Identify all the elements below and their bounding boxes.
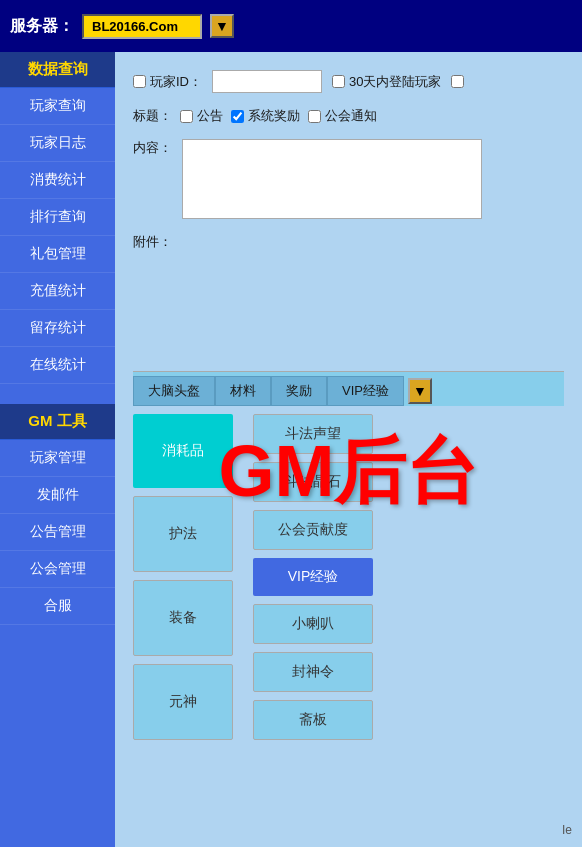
content-label: 内容： [133, 139, 172, 157]
btn-vip-exp[interactable]: VIP经验 [253, 558, 373, 596]
player-id-label: 玩家ID： [150, 73, 202, 91]
sidebar-item-merge-server[interactable]: 合服 [0, 588, 115, 625]
announcement-checkbox-wrap[interactable]: 公告 [180, 107, 223, 125]
player-id-input[interactable] [212, 70, 322, 93]
tabs-bar: 大脑头盔 材料 奖励 VIP经验 ▼ [133, 371, 564, 406]
extra-checkbox-wrap[interactable] [451, 75, 464, 88]
main-layout: 数据查询 玩家查询 玩家日志 消费统计 排行查询 礼包管理 充值统计 留存统计 … [0, 52, 582, 847]
title-label: 标题： [133, 107, 172, 125]
btn-guild-contribution[interactable]: 公会贡献度 [253, 510, 373, 550]
player-id-checkbox-wrap[interactable]: 玩家ID： [133, 73, 202, 91]
btn-zhai-ban[interactable]: 斋板 [253, 700, 373, 740]
content-row: 内容： [133, 139, 564, 219]
btn-loudspeaker[interactable]: 小喇叭 [253, 604, 373, 644]
tab-dropdown-button[interactable]: ▼ [408, 378, 432, 404]
sidebar-item-announcement-management[interactable]: 公告管理 [0, 514, 115, 551]
btn-doufa-prestige[interactable]: 斗法声望 [253, 414, 373, 454]
button-grids: 消耗品 护法 装备 元神 斗法声望 斗法晶石 公会贡献度 VIP经验 小喇叭 封… [133, 414, 564, 740]
player-id-checkbox[interactable] [133, 75, 146, 88]
sidebar-item-player-query[interactable]: 玩家查询 [0, 88, 115, 125]
attachment-label: 附件： [133, 233, 172, 251]
sidebar: 数据查询 玩家查询 玩家日志 消费统计 排行查询 礼包管理 充值统计 留存统计 … [0, 52, 115, 847]
sidebar-item-gift-management[interactable]: 礼包管理 [0, 236, 115, 273]
extra-checkbox[interactable] [451, 75, 464, 88]
attachment-row: 附件： [133, 233, 564, 251]
dropdown-icon: ▼ [215, 18, 229, 34]
tab-dropdown-icon: ▼ [413, 383, 427, 399]
sidebar-item-recharge-stats[interactable]: 充值统计 [0, 273, 115, 310]
sidebar-item-guild-management[interactable]: 公会管理 [0, 551, 115, 588]
tab-brain-helmet[interactable]: 大脑头盔 [133, 376, 215, 406]
btn-fengshen-order[interactable]: 封神令 [253, 652, 373, 692]
sidebar-section-gm-tools: GM 工具 [0, 404, 115, 440]
guild-notice-checkbox[interactable] [308, 110, 321, 123]
thirty-day-checkbox[interactable] [332, 75, 345, 88]
thirty-day-checkbox-wrap[interactable]: 30天内登陆玩家 [332, 73, 441, 91]
sidebar-item-consume-stats[interactable]: 消费统计 [0, 162, 115, 199]
sidebar-item-player-management[interactable]: 玩家管理 [0, 440, 115, 477]
player-id-row: 玩家ID： 30天内登陆玩家 [133, 70, 564, 93]
top-bar: 服务器： ▼ [0, 0, 582, 52]
tab-vip-exp[interactable]: VIP经验 [327, 376, 404, 406]
announcement-checkbox[interactable] [180, 110, 193, 123]
announcement-label: 公告 [197, 107, 223, 125]
thirty-day-label: 30天内登陆玩家 [349, 73, 441, 91]
title-row: 标题： 公告 系统奖励 公会通知 [133, 107, 564, 125]
system-reward-checkbox[interactable] [231, 110, 244, 123]
system-reward-checkbox-wrap[interactable]: 系统奖励 [231, 107, 300, 125]
tab-reward[interactable]: 奖励 [271, 376, 327, 406]
content-textarea[interactable] [182, 139, 482, 219]
sidebar-item-retention-stats[interactable]: 留存统计 [0, 310, 115, 347]
server-label: 服务器： [10, 16, 74, 37]
btn-guardian[interactable]: 护法 [133, 496, 233, 572]
server-dropdown-button[interactable]: ▼ [210, 14, 234, 38]
content-area: 玩家ID： 30天内登陆玩家 标题： 公告 系统奖励 [115, 52, 582, 847]
btn-doufa-crystal[interactable]: 斗法晶石 [253, 462, 373, 502]
right-button-grid: 斗法声望 斗法晶石 公会贡献度 VIP经验 小喇叭 封神令 斋板 [253, 414, 373, 740]
sidebar-section-data-query: 数据查询 [0, 52, 115, 88]
guild-notice-checkbox-wrap[interactable]: 公会通知 [308, 107, 377, 125]
btn-equipment[interactable]: 装备 [133, 580, 233, 656]
server-input[interactable] [82, 14, 202, 39]
sidebar-item-rank-query[interactable]: 排行查询 [0, 199, 115, 236]
sidebar-item-online-stats[interactable]: 在线统计 [0, 347, 115, 384]
btn-consumable[interactable]: 消耗品 [133, 414, 233, 488]
sidebar-item-send-mail[interactable]: 发邮件 [0, 477, 115, 514]
sidebar-item-player-log[interactable]: 玩家日志 [0, 125, 115, 162]
bottom-ie-text: Ie [562, 823, 572, 837]
guild-notice-label: 公会通知 [325, 107, 377, 125]
tab-material[interactable]: 材料 [215, 376, 271, 406]
system-reward-label: 系统奖励 [248, 107, 300, 125]
btn-yuanshen[interactable]: 元神 [133, 664, 233, 740]
left-button-grid: 消耗品 护法 装备 元神 [133, 414, 233, 740]
